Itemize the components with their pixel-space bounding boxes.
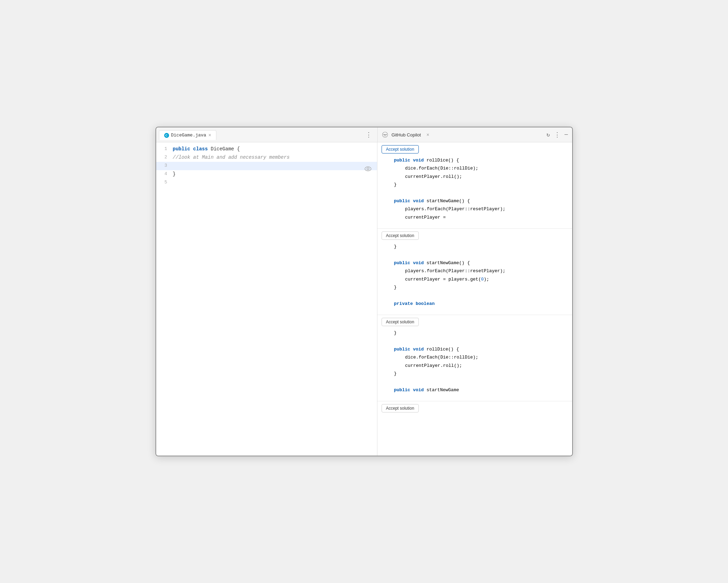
accept-solution-button-3[interactable]: Accept solution <box>382 318 419 326</box>
line-number-3: 3 <box>156 162 173 170</box>
editor-tab-title: DiceGame.java <box>171 133 206 138</box>
code-line-s1-8: currentPlayer = <box>383 213 567 221</box>
code-line-s2-6: } <box>383 283 567 291</box>
code-line-s3-5: currentPlayer.roll(); <box>383 362 567 370</box>
editor-tab-bar: DiceGame.java × ⋮ <box>156 127 377 142</box>
code-line-4: 4 } <box>156 170 377 179</box>
code-line-s1-2: dice.forEach(Die::rollDie); <box>383 164 567 172</box>
code-line-3: 3 <box>156 162 377 170</box>
svg-point-3 <box>365 167 371 171</box>
code-line-s3-7 <box>383 378 567 386</box>
code-line-s1-3: currentPlayer.roll(); <box>383 173 567 181</box>
svg-point-2 <box>385 134 386 135</box>
code-line-s2-7 <box>383 291 567 299</box>
line-content-4: } <box>173 170 377 179</box>
code-line-2: 2 //look at Main and add necessary membe… <box>156 153 377 162</box>
line-number-4: 4 <box>156 170 173 178</box>
code-line-s3-6: } <box>383 370 567 378</box>
solution-block-4: Accept solution <box>377 401 572 419</box>
keyword-public: public <box>173 146 190 152</box>
copilot-toolbar: ↻ ⋮ — <box>546 131 568 139</box>
copilot-tab-close[interactable]: × <box>426 132 429 137</box>
line-number-5: 5 <box>156 179 173 186</box>
editor-tab-dicegame[interactable]: DiceGame.java × <box>159 130 217 140</box>
code-line-s3-2 <box>383 337 567 345</box>
code-line-s2-1: } <box>383 243 567 251</box>
code-line-s1-5 <box>383 189 567 197</box>
kw-public-1: public <box>394 158 410 163</box>
main-content: 1 public class DiceGame { 2 //look at Ma… <box>156 142 572 456</box>
keyword-class-kw: class <box>193 146 208 152</box>
copilot-suggestions-list[interactable]: Accept solution public void rollDice() {… <box>377 142 572 456</box>
line-number-1: 1 <box>156 145 173 153</box>
code-line-s2-8: private boolean <box>383 300 567 308</box>
minimize-icon[interactable]: — <box>565 132 568 138</box>
editor-tab-menu[interactable]: ⋮ <box>363 129 375 140</box>
code-line-s2-4: players.forEach(Player::resetPlayer); <box>383 267 567 275</box>
code-block-1: public void rollDice() { dice.forEach(Di… <box>377 156 572 224</box>
code-line-s1-7: players.forEach(Player::resetPlayer); <box>383 205 567 213</box>
line-number-2: 2 <box>156 153 173 161</box>
class-name-text: DiceGame { <box>211 146 240 152</box>
line-content-2: //look at Main and add necessary members <box>173 153 377 162</box>
accept-solution-button-1[interactable]: Accept solution <box>382 145 419 153</box>
eye-icon[interactable] <box>365 166 371 173</box>
code-line-s1-4: } <box>383 181 567 189</box>
solution-block-3: Accept solution } public void rollDice()… <box>377 315 572 401</box>
kw-void-1: void <box>413 158 424 163</box>
code-line-s3-4: dice.forEach(Die::rollDie); <box>383 353 567 361</box>
editor-panel: 1 public class DiceGame { 2 //look at Ma… <box>156 142 377 456</box>
solution-block-1: Accept solution public void rollDice() {… <box>377 142 572 229</box>
svg-point-4 <box>367 168 369 170</box>
accept-solution-button-4[interactable]: Accept solution <box>382 404 419 412</box>
line-content-3 <box>173 162 377 170</box>
code-line-s1-1: public void rollDice() { <box>383 156 567 164</box>
code-line-s1-6: public void startNewGame() { <box>383 197 567 205</box>
svg-point-0 <box>382 132 387 137</box>
code-line-s3-3: public void rollDice() { <box>383 345 567 353</box>
code-line-s2-3: public void startNewGame() { <box>383 259 567 267</box>
editor-tab-close[interactable]: × <box>208 133 211 138</box>
code-block-3: } public void rollDice() { dice.forEach(… <box>377 329 572 397</box>
solution-block-2: Accept solution } public void startNewGa… <box>377 229 572 315</box>
refresh-icon[interactable]: ↻ <box>546 131 550 138</box>
code-line-s2-2 <box>383 251 567 259</box>
code-line-s3-1: } <box>383 329 567 337</box>
main-window: DiceGame.java × ⋮ GitHub Copilot × <box>155 127 573 456</box>
svg-point-1 <box>383 134 384 135</box>
code-line-1: 1 public class DiceGame { <box>156 145 377 153</box>
code-block-2: } public void startNewGame() { players.f… <box>377 243 572 310</box>
code-editor[interactable]: 1 public class DiceGame { 2 //look at Ma… <box>156 142 377 190</box>
copilot-tab-bar: GitHub Copilot × ↻ ⋮ — <box>377 127 572 142</box>
copilot-tab-title: GitHub Copilot <box>392 132 421 137</box>
line-content-1: public class DiceGame { <box>173 145 377 153</box>
code-line-5: 5 <box>156 179 377 187</box>
copilot-logo-icon <box>382 132 388 138</box>
code-line-s3-8: public void startNewGame <box>383 386 567 394</box>
accept-solution-button-2[interactable]: Accept solution <box>382 231 419 240</box>
copilot-panel: Accept solution public void rollDice() {… <box>377 142 572 456</box>
code-line-s2-5: currentPlayer = players.get(0); <box>383 275 567 283</box>
copilot-menu-icon[interactable]: ⋮ <box>554 131 560 139</box>
java-file-icon <box>164 133 169 138</box>
copilot-tab[interactable]: GitHub Copilot × <box>382 132 430 138</box>
line-content-5 <box>173 179 377 187</box>
